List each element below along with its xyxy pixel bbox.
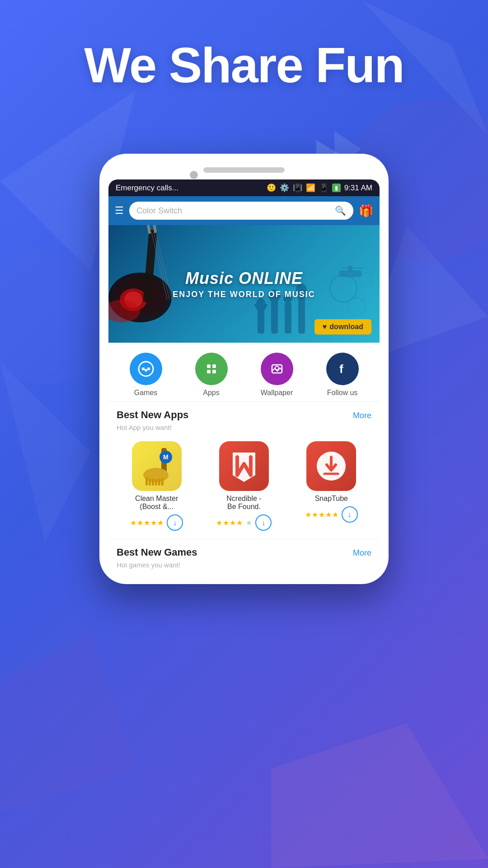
- svg-point-33: [330, 275, 357, 302]
- wallpaper-circle-icon: [261, 353, 293, 385]
- status-emergency: Emergency calls...: [116, 184, 178, 193]
- games-label: Games: [134, 389, 158, 397]
- svg-text:M: M: [163, 453, 169, 461]
- banner-title: Music ONLINE: [173, 269, 315, 288]
- svg-rect-44: [212, 364, 216, 368]
- phone-screen: Emergency calls... 🙂 ⚙️ 📳 📶 📱 ▮ 9:31 AM …: [108, 179, 380, 571]
- snaptube-download-btn[interactable]: ↓: [342, 506, 358, 523]
- status-right-icons: 🙂 ⚙️ 📳 📶 📱 ▮ 9:31 AM: [267, 183, 372, 193]
- app-item-ncredible[interactable]: Ncredible -Be Found. ★★★★★ ↓: [200, 441, 287, 531]
- banner-subtitle: ENJOY THE WORLD OF MUSIC: [173, 290, 315, 299]
- best-new-apps-header: Best New Apps More: [108, 402, 380, 423]
- cleanmaster-download-btn[interactable]: ↓: [167, 514, 183, 531]
- ncredible-stars-row: ★★★★★ ↓: [216, 514, 272, 531]
- snaptube-name: SnapTube: [315, 495, 348, 503]
- games-circle-icon: [130, 353, 162, 385]
- svg-rect-57: [161, 478, 164, 486]
- best-new-games-section: Best New Games More: [108, 539, 380, 560]
- download-button[interactable]: ♥ download: [314, 319, 371, 335]
- best-new-games-more[interactable]: More: [353, 548, 371, 558]
- phone-camera: [190, 171, 198, 179]
- phone-top-bar: [108, 167, 380, 173]
- apps-row: M Clean Master(Boost &... ★★★★★ ↓: [108, 437, 380, 539]
- search-icon[interactable]: 🔍: [335, 205, 346, 216]
- gift-icon[interactable]: 🎁: [359, 204, 373, 218]
- ncredible-name: Ncredible -Be Found.: [226, 495, 261, 511]
- svg-rect-53: [149, 478, 151, 486]
- ncredible-download-btn[interactable]: ↓: [255, 514, 272, 531]
- follow-us-label: Follow us: [327, 389, 358, 397]
- best-new-games-subtitle: Hot games you want!: [108, 560, 380, 571]
- svg-rect-56: [158, 478, 160, 486]
- category-games[interactable]: Games: [130, 353, 162, 397]
- sim-icon: 📱: [319, 183, 328, 193]
- snaptube-icon: [306, 441, 356, 491]
- category-follow-us[interactable]: f Follow us: [326, 353, 359, 397]
- svg-point-42: [145, 369, 147, 372]
- settings-icon: ⚙️: [280, 183, 289, 193]
- best-new-games-title: Best New Games: [117, 547, 197, 558]
- download-label: download: [329, 323, 363, 331]
- svg-rect-54: [152, 479, 154, 486]
- cleanmaster-stars: ★★★★★: [130, 519, 164, 527]
- svg-rect-27: [298, 293, 305, 334]
- ncredible-half-star: ★: [246, 519, 253, 527]
- svg-rect-40: [142, 368, 145, 370]
- emoji-icon: 🙂: [267, 183, 276, 193]
- svg-rect-45: [207, 370, 211, 373]
- svg-rect-36: [339, 270, 361, 277]
- category-wallpaper[interactable]: Wallpaper: [261, 353, 293, 397]
- svg-rect-41: [147, 368, 150, 370]
- best-new-apps-title: Best New Apps: [117, 409, 188, 421]
- search-input-wrapper[interactable]: Color Switch 🔍: [129, 202, 353, 220]
- svg-marker-7: [0, 633, 136, 814]
- banner: Music ONLINE ENJOY THE WORLD OF MUSIC ♥ …: [108, 225, 380, 343]
- follow-us-circle-icon: f: [326, 353, 359, 385]
- ncredible-icon: [219, 441, 269, 491]
- svg-point-34: [348, 297, 366, 316]
- cleanmaster-stars-row: ★★★★★ ↓: [130, 514, 183, 531]
- svg-marker-3: [0, 362, 90, 542]
- cleanmaster-name: Clean Master(Boost &...: [135, 495, 178, 511]
- category-apps[interactable]: Apps: [195, 353, 228, 397]
- search-placeholder-text: Color Switch: [136, 206, 330, 216]
- hero-title: We Share Fun: [0, 36, 488, 94]
- time-display: 9:31 AM: [344, 184, 372, 193]
- svg-rect-25: [285, 302, 291, 334]
- phone-speaker: [203, 167, 285, 173]
- snaptube-stars: ★★★★★: [305, 510, 339, 519]
- heart-icon: ♥: [323, 323, 327, 331]
- ncredible-stars: ★★★★: [216, 519, 243, 527]
- wallpaper-label: Wallpaper: [261, 389, 293, 397]
- svg-rect-52: [145, 477, 148, 486]
- best-new-apps-more[interactable]: More: [353, 411, 371, 420]
- svg-rect-43: [207, 364, 211, 368]
- svg-marker-6: [271, 723, 488, 868]
- wifi-icon: 📶: [306, 183, 315, 193]
- svg-point-5: [0, 249, 113, 384]
- svg-rect-18: [147, 225, 151, 234]
- cleanmaster-icon: M: [132, 441, 182, 491]
- apps-label: Apps: [203, 389, 219, 397]
- snaptube-stars-row: ★★★★★ ↓: [305, 506, 358, 523]
- best-new-apps-subtitle: Hot App you want!: [108, 423, 380, 437]
- apps-circle-icon: [195, 353, 228, 385]
- search-bar-area: ☰ Color Switch 🔍 🎁: [108, 196, 380, 225]
- vibrate-icon: 📳: [293, 183, 302, 193]
- app-item-snaptube[interactable]: SnapTube ★★★★★ ↓: [288, 441, 375, 531]
- battery-icon: ▮: [332, 184, 341, 192]
- banner-text-area: Music ONLINE ENJOY THE WORLD OF MUSIC: [173, 269, 315, 299]
- svg-rect-46: [212, 370, 216, 373]
- status-bar: Emergency calls... 🙂 ⚙️ 📳 📶 📱 ▮ 9:31 AM: [108, 179, 380, 196]
- svg-text:f: f: [339, 362, 343, 376]
- svg-rect-55: [155, 479, 157, 486]
- phone-mockup: Emergency calls... 🙂 ⚙️ 📳 📶 📱 ▮ 9:31 AM …: [99, 154, 389, 584]
- app-item-cleanmaster[interactable]: M Clean Master(Boost &... ★★★★★ ↓: [113, 441, 200, 531]
- hamburger-menu-icon[interactable]: ☰: [115, 205, 124, 217]
- category-row: Games Apps: [108, 343, 380, 401]
